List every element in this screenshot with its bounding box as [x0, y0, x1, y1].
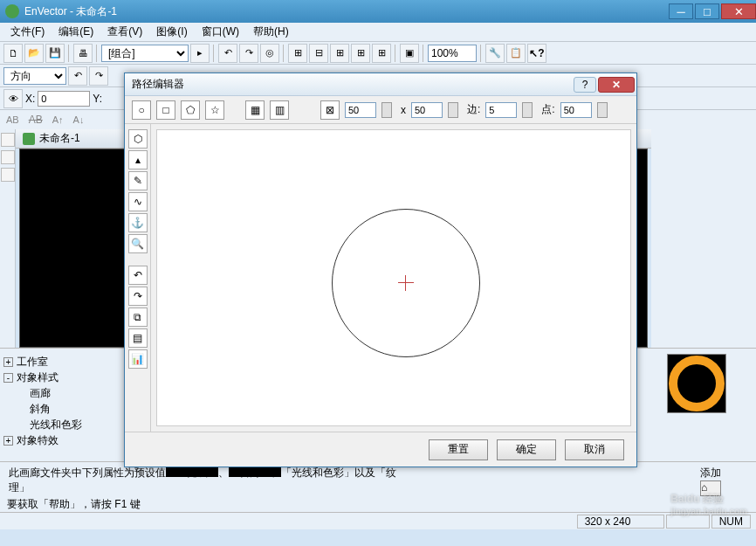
shape-x-button[interactable]: ⊠ — [320, 100, 340, 120]
text-style-3[interactable]: A↑ — [50, 114, 66, 125]
grid2-button[interactable]: ⊟ — [309, 44, 328, 63]
height-input[interactable] — [411, 102, 443, 118]
dialog-toolbar: ○ □ ⬠ ☆ ▦ ▥ ⊠ x 边: 点: — [125, 96, 636, 124]
sides-spinner[interactable] — [522, 102, 533, 118]
menu-view[interactable]: 查看(V) — [100, 23, 149, 41]
window-title: EnVector - 未命名-1 — [24, 4, 667, 19]
grid4-button[interactable]: ⊞ — [351, 44, 370, 63]
text-style-1[interactable]: AB — [3, 114, 22, 125]
dialog-close-button[interactable]: ✕ — [598, 77, 635, 93]
target-button[interactable]: ◎ — [260, 44, 279, 63]
status-num: NUM — [711, 515, 751, 529]
dlg-tool-curve[interactable]: ∿ — [128, 192, 148, 211]
tool-3[interactable] — [1, 168, 15, 182]
dialog-header[interactable]: 路径编辑器 ? ✕ — [125, 73, 636, 96]
points-input[interactable] — [560, 102, 592, 118]
shape-grid-b-button[interactable]: ▥ — [270, 100, 289, 120]
dlg-tool-hexagon[interactable]: ⬡ — [128, 129, 148, 149]
status-dimensions: 320 x 240 — [577, 515, 664, 529]
grid5-button[interactable]: ⊞ — [372, 44, 391, 63]
grid1-button[interactable]: ⊞ — [288, 44, 307, 63]
points-spinner[interactable] — [597, 102, 608, 118]
help-hint: 要获取「帮助」，请按 F1 键 — [0, 496, 756, 512]
combo-selector[interactable]: [组合] — [101, 45, 189, 62]
rotate-cw-button[interactable]: ↷ — [239, 44, 258, 63]
eye-tool-button[interactable]: 👁 — [3, 89, 23, 108]
width-spinner[interactable] — [381, 102, 392, 118]
text-style-4[interactable]: A↓ — [71, 114, 87, 125]
dialog-title: 路径编辑器 — [132, 77, 572, 92]
swatch-2 — [229, 467, 281, 477]
x-input[interactable] — [38, 91, 90, 107]
dlg-tool-redo[interactable]: ↷ — [128, 287, 148, 306]
add-button[interactable]: 添加 ⌂ — [700, 466, 721, 496]
statusbar: 320 x 240 NUM — [0, 512, 756, 529]
dlg-tool-magnify[interactable]: 🔍 — [128, 234, 148, 253]
preview-thumbnail[interactable] — [667, 354, 726, 413]
dialog-help-button[interactable]: ? — [574, 77, 596, 93]
shape-pentagon-button[interactable]: ⬠ — [181, 100, 200, 120]
left-toolbox — [0, 129, 16, 348]
dlg-tool-anchor[interactable]: ⚓ — [128, 213, 148, 232]
tool-button[interactable]: ▸ — [190, 44, 210, 63]
dialog-canvas[interactable] — [156, 129, 631, 426]
center-crosshair-icon — [398, 275, 414, 291]
shape-grid-a-button[interactable]: ▦ — [245, 100, 265, 120]
print-button[interactable]: 🖶 — [73, 44, 93, 63]
frame-button[interactable]: ▣ — [400, 44, 419, 63]
x-label: X: — [25, 93, 35, 105]
tool-1[interactable] — [1, 133, 15, 147]
add-icon: ⌂ — [700, 480, 721, 496]
redo-button[interactable]: ↷ — [89, 66, 108, 86]
menu-image[interactable]: 图像(I) — [149, 23, 194, 41]
menu-help[interactable]: 帮助(H) — [246, 23, 296, 41]
menu-window[interactable]: 窗口(W) — [195, 23, 246, 41]
maximize-button[interactable]: □ — [695, 3, 719, 19]
shape-square-button[interactable]: □ — [156, 100, 175, 120]
swatch-1 — [166, 467, 218, 477]
reset-button[interactable]: 重置 — [429, 439, 488, 460]
text-style-2[interactable]: AB — [26, 114, 45, 126]
tool-a-button[interactable]: 🔧 — [485, 44, 505, 63]
undo-button[interactable]: ↶ — [68, 66, 87, 86]
dlg-tool-view[interactable]: ▤ — [128, 328, 148, 348]
dlg-tool-undo[interactable]: ↶ — [128, 266, 148, 285]
document-tab-label: 未命名-1 — [39, 131, 80, 146]
new-button[interactable]: 🗋 — [3, 44, 23, 63]
window-titlebar: EnVector - 未命名-1 ─ □ ✕ — [0, 0, 756, 23]
grid3-button[interactable]: ⊞ — [330, 44, 349, 63]
dialog-footer: 重置 确定 取消 — [125, 432, 636, 467]
menu-file[interactable]: 文件(F) — [3, 23, 52, 41]
minimize-button[interactable]: ─ — [669, 3, 693, 19]
dlg-tool-pen[interactable]: ✎ — [128, 171, 148, 190]
app-icon — [5, 4, 19, 18]
zoom-input[interactable] — [428, 45, 477, 62]
tool-2[interactable] — [1, 150, 15, 164]
sides-input[interactable] — [485, 102, 517, 118]
rotate-ccw-button[interactable]: ↶ — [218, 44, 237, 63]
width-input[interactable] — [345, 102, 376, 118]
sides-label: 边: — [467, 102, 480, 117]
menu-edit[interactable]: 编辑(E) — [52, 23, 100, 41]
document-icon — [23, 133, 35, 145]
x-separator: x — [401, 104, 406, 116]
close-button[interactable]: ✕ — [721, 3, 756, 19]
direction-combo[interactable]: 方向 — [3, 67, 66, 85]
height-spinner[interactable] — [448, 102, 458, 118]
toolbar-main: 🗋 📂 💾 🖶 [组合] ▸ ↶ ↷ ◎ ⊞ ⊟ ⊞ ⊞ ⊞ ▣ 🔧 📋 ↖? — [0, 42, 756, 65]
shape-star-button[interactable]: ☆ — [205, 100, 224, 120]
help-arrow-button[interactable]: ↖? — [527, 44, 546, 63]
ok-button[interactable]: 确定 — [497, 439, 556, 460]
open-button[interactable]: 📂 — [24, 44, 44, 63]
dlg-tool-pointer[interactable]: ▴ — [128, 150, 148, 169]
dialog-toolbox: ⬡ ▴ ✎ ∿ ⚓ 🔍 ↶ ↷ ⧉ ▤ 📊 — [125, 124, 151, 432]
cancel-button[interactable]: 取消 — [565, 439, 624, 460]
tool-b-button[interactable]: 📋 — [506, 44, 526, 63]
points-label: 点: — [541, 102, 554, 117]
dialog-body: ⬡ ▴ ✎ ∿ ⚓ 🔍 ↶ ↷ ⧉ ▤ 📊 — [125, 124, 636, 432]
shape-circle-button[interactable]: ○ — [132, 100, 151, 120]
y-label: Y: — [93, 93, 102, 105]
dlg-tool-layer[interactable]: ⧉ — [128, 308, 148, 327]
dlg-tool-chart[interactable]: 📊 — [128, 349, 148, 369]
save-button[interactable]: 💾 — [45, 44, 65, 63]
